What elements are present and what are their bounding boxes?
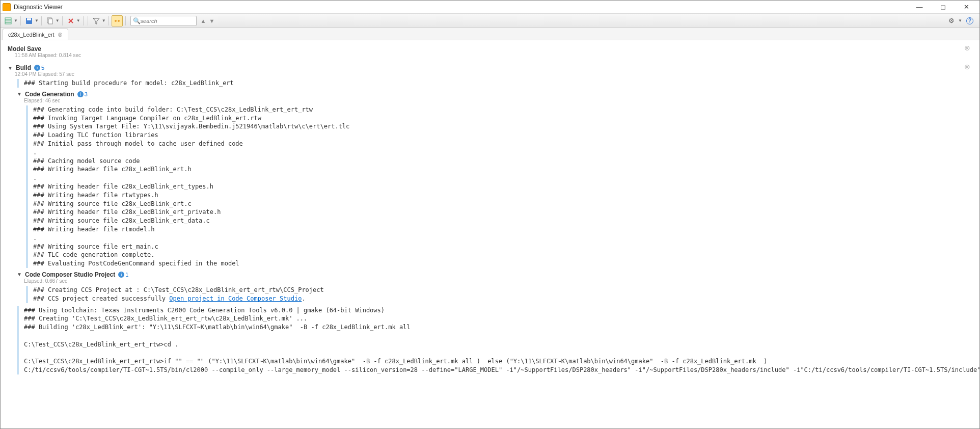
log-output: ### Starting build procedure for model: … [17,79,972,88]
copy-button[interactable] [44,15,56,26]
minimize-button[interactable]: — [912,2,927,12]
save-button[interactable] [23,15,35,26]
subsection-meta: Elapsed: 46 sec [24,98,972,103]
tab-model[interactable]: c28x_LedBlink_ert ⊗ [3,29,68,40]
highlight-button[interactable] [112,15,123,26]
info-badge: i 5 [34,65,44,71]
info-count: 3 [85,91,88,97]
settings-button[interactable]: ⚙ [947,16,956,25]
svg-rect-5 [27,18,31,20]
dropdown-icon[interactable]: ▼ [102,18,106,23]
subsection-code-generation[interactable]: ▼ Code Generation i 3 [17,91,972,98]
diagnostic-viewer-window: Diagnostic Viewer — ◻ ✕ ▼ ▼ ▼ ▼ ▼ 🔍 ▲ ▼ … [0,0,980,429]
search-up-button[interactable]: ▲ [201,18,206,24]
log-text: . [302,295,305,302]
section-title: Build [16,64,31,71]
info-icon: i [118,272,124,278]
info-count: 5 [41,65,44,71]
dropdown-icon[interactable]: ▼ [14,18,18,23]
clear-button[interactable] [65,15,76,26]
dropdown-icon[interactable]: ▼ [56,18,60,23]
close-button[interactable]: ✕ [959,2,973,12]
search-down-button[interactable]: ▼ [209,18,215,24]
dropdown-icon[interactable]: ▼ [958,18,962,23]
svg-rect-7 [48,19,52,24]
help-button[interactable]: ? [965,16,974,25]
window-title: Diagnostic Viewer [14,4,912,11]
log-output: ### Using toolchain: Texas Instruments C… [17,306,972,374]
tab-close-button[interactable]: ⊗ [58,31,63,38]
subsection-meta: Elapsed: 0.667 sec [24,278,972,284]
subsection-title: Code Composer Studio Project [25,271,115,278]
section-title: Model Save [8,45,41,52]
disclosure-icon[interactable]: ▼ [8,65,13,71]
app-icon [3,3,11,11]
dropdown-icon[interactable]: ▼ [35,18,39,23]
dropdown-icon[interactable]: ▼ [76,18,80,23]
subsection-title: Code Generation [25,91,74,98]
disclosure-icon[interactable]: ▼ [17,272,22,277]
info-badge: i 3 [77,91,88,97]
view-button[interactable] [3,15,14,26]
section-meta: 11:58 AM Elapsed: 0.814 sec [15,52,972,58]
filter-button[interactable] [91,15,102,26]
open-ccs-link[interactable]: Open project in Code Composer Studio [169,295,302,302]
tab-label: c28x_LedBlink_ert [8,32,55,38]
svg-marker-10 [93,18,99,24]
maximize-button[interactable]: ◻ [936,2,950,12]
svg-point-12 [118,20,120,22]
section-model-save[interactable]: Model Save [8,45,41,52]
info-icon: i [34,65,40,71]
subsection-ccs-project[interactable]: ▼ Code Composer Studio Project i 1 [17,271,972,278]
log-output: ### Creating CCS Project at : C:\Test_CC… [26,286,972,303]
disclosure-icon[interactable]: ▼ [17,91,22,97]
info-count: 1 [125,272,128,278]
search-icon: 🔍 [133,17,141,24]
svg-point-11 [115,20,117,22]
toolbar: ▼ ▼ ▼ ▼ ▼ 🔍 ▲ ▼ ⚙▼ ? [1,14,979,28]
diagnostic-content: Model Save ⊗ 11:58 AM Elapsed: 0.814 sec… [1,40,979,428]
search-box[interactable]: 🔍 [130,16,197,26]
section-close-button[interactable]: ⊗ [964,63,972,71]
log-output: ### Generating code into build folder: C… [26,105,972,268]
section-close-button[interactable]: ⊗ [964,44,972,52]
info-icon: i [77,91,84,97]
section-meta: 12:04 PM Elapsed: 57 sec [15,71,972,77]
info-badge: i 1 [118,272,128,278]
titlebar: Diagnostic Viewer — ◻ ✕ [1,1,979,14]
search-input[interactable] [141,18,192,24]
section-build[interactable]: ▼ Build i 5 [8,64,44,71]
tabbar: c28x_LedBlink_ert ⊗ [1,28,979,40]
